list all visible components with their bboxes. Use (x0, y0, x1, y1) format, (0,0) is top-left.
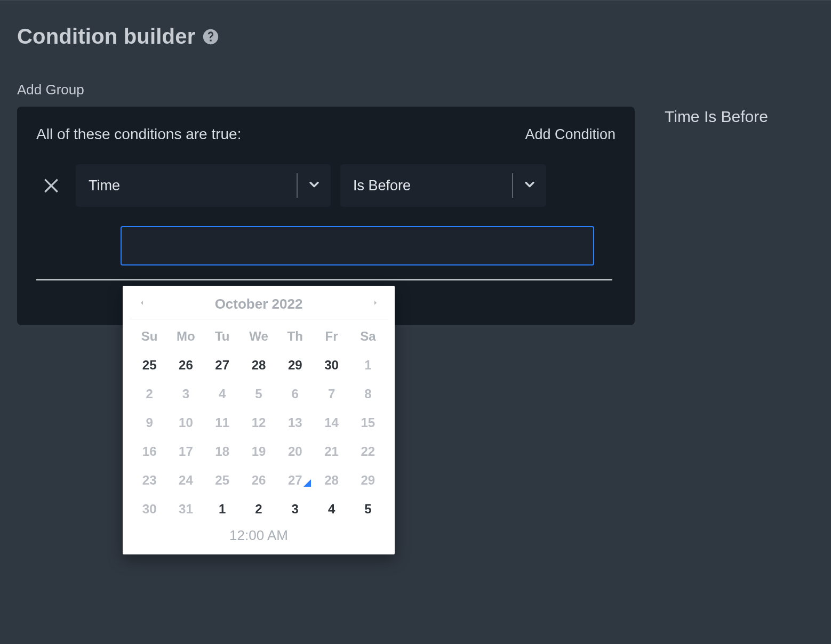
calendar-day[interactable]: 22 (350, 444, 386, 459)
operator-picker-caret[interactable] (513, 164, 546, 207)
condition-row: Time Is Before (36, 164, 616, 207)
calendar-day[interactable]: 29 (277, 358, 313, 373)
calendar-day[interactable]: 28 (241, 358, 277, 373)
calendar-day[interactable]: 1 (350, 358, 386, 373)
close-icon (41, 174, 62, 197)
panel-header: All of these conditions are true: Add Co… (36, 126, 616, 143)
calendar-day[interactable]: 10 (167, 415, 204, 430)
calendar-day[interactable]: 27 (204, 358, 241, 373)
today-indicator-icon (303, 479, 311, 487)
group-heading: All of these conditions are true: (36, 126, 241, 143)
remove-condition-button[interactable] (36, 171, 66, 200)
calendar-weekday: Sa (350, 329, 386, 344)
page-title: Condition builder (17, 25, 195, 49)
help-icon[interactable] (202, 28, 220, 46)
datetime-picker-popover: October 2022 SuMoTuWeThFrSa2526272829301… (123, 286, 395, 554)
calendar-day[interactable]: 25 (131, 358, 167, 373)
top-divider (0, 0, 831, 1)
variable-picker[interactable]: Time (76, 164, 331, 207)
value-underline (36, 279, 612, 280)
operator-picker-label: Is Before (340, 164, 512, 207)
add-group-link[interactable]: Add Group (17, 82, 814, 98)
calendar-prev-button[interactable] (133, 295, 150, 312)
calendar-day[interactable]: 29 (350, 473, 386, 488)
condition-summary: Time Is Before (665, 108, 768, 126)
add-condition-link[interactable]: Add Condition (525, 126, 616, 143)
calendar-day[interactable]: 17 (167, 444, 204, 459)
calendar-weekday: Th (277, 329, 313, 344)
calendar-day[interactable]: 26 (167, 358, 204, 373)
calendar-month-label[interactable]: October 2022 (215, 296, 303, 312)
calendar-day[interactable]: 7 (313, 387, 349, 401)
calendar-day[interactable]: 9 (131, 415, 167, 430)
calendar-day[interactable]: 18 (204, 444, 241, 459)
calendar-day[interactable]: 5 (350, 502, 386, 517)
page-title-row: Condition builder (17, 25, 814, 49)
calendar-day[interactable]: 30 (131, 502, 167, 517)
calendar-day[interactable]: 16 (131, 444, 167, 459)
calendar-day[interactable]: 28 (313, 473, 349, 488)
calendar-day[interactable]: 19 (241, 444, 277, 459)
calendar-day[interactable]: 4 (204, 387, 241, 401)
calendar-day[interactable]: 12 (241, 415, 277, 430)
calendar-grid: SuMoTuWeThFrSa25262728293012345678910111… (129, 319, 388, 521)
calendar-day[interactable]: 25 (204, 473, 241, 488)
calendar-day[interactable]: 27 (277, 473, 313, 488)
chevron-left-icon (138, 297, 146, 310)
calendar-day[interactable]: 24 (167, 473, 204, 488)
chevron-right-icon (371, 297, 380, 310)
calendar-day[interactable]: 2 (131, 387, 167, 401)
calendar-day[interactable]: 30 (313, 358, 349, 373)
calendar-day[interactable]: 5 (241, 387, 277, 401)
calendar-header: October 2022 (129, 293, 388, 319)
calendar-day[interactable]: 23 (131, 473, 167, 488)
page: Condition builder Add Group All of these… (0, 0, 831, 325)
calendar-weekday: Fr (313, 329, 349, 344)
calendar-day[interactable]: 26 (241, 473, 277, 488)
calendar-day[interactable]: 21 (313, 444, 349, 459)
calendar-day[interactable]: 8 (350, 387, 386, 401)
chevron-down-icon (307, 177, 322, 194)
datetime-value-input[interactable] (121, 226, 594, 265)
calendar-day[interactable]: 15 (350, 415, 386, 430)
chevron-down-icon (522, 177, 537, 194)
calendar-day[interactable]: 20 (277, 444, 313, 459)
calendar-day[interactable]: 11 (204, 415, 241, 430)
variable-picker-caret[interactable] (298, 164, 331, 207)
calendar-weekday: Mo (167, 329, 204, 344)
calendar-day[interactable]: 3 (277, 502, 313, 517)
calendar-day[interactable]: 13 (277, 415, 313, 430)
calendar-day[interactable]: 3 (167, 387, 204, 401)
calendar-day[interactable]: 31 (167, 502, 204, 517)
calendar-day[interactable]: 1 (204, 502, 241, 517)
calendar-weekday: We (241, 329, 277, 344)
operator-picker[interactable]: Is Before (340, 164, 546, 207)
calendar-day[interactable]: 14 (313, 415, 349, 430)
calendar-weekday: Tu (204, 329, 241, 344)
calendar-day[interactable]: 2 (241, 502, 277, 517)
variable-picker-label: Time (76, 164, 297, 207)
value-row (121, 226, 616, 265)
calendar-time-button[interactable]: 12:00 AM (129, 527, 388, 544)
calendar-day[interactable]: 6 (277, 387, 313, 401)
calendar-weekday: Su (131, 329, 167, 344)
calendar-day[interactable]: 4 (313, 502, 349, 517)
calendar-next-button[interactable] (367, 295, 384, 312)
